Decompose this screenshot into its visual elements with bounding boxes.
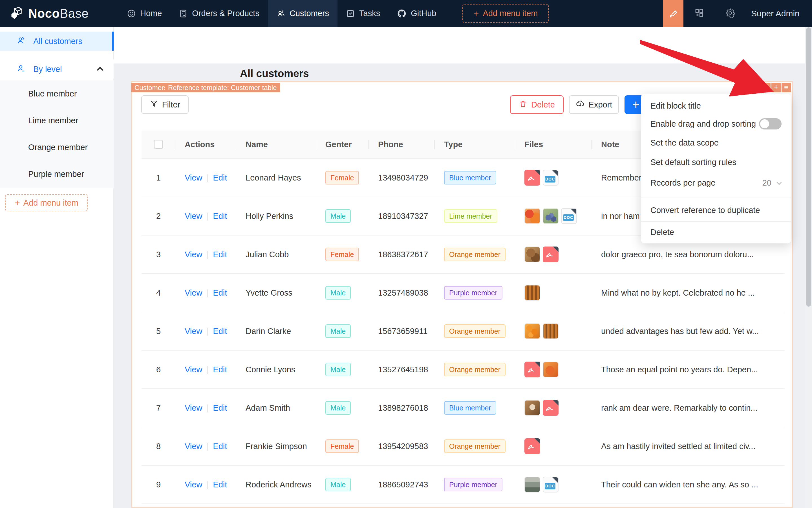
view-link[interactable]: View xyxy=(185,250,202,259)
plugin-blocks-icon-button[interactable] xyxy=(690,0,709,27)
view-link[interactable]: View xyxy=(185,480,202,489)
phone-cell: 15673659911 xyxy=(369,312,435,350)
block-settings-menu-icon[interactable]: ≡ xyxy=(781,83,791,92)
nav-item-label: Home xyxy=(140,9,162,18)
smiley-icon xyxy=(127,9,136,18)
ui-editor-button[interactable] xyxy=(663,0,683,27)
menu-item-records-per-page[interactable]: Records per page 20 xyxy=(643,174,789,192)
edit-link[interactable]: Edit xyxy=(213,212,227,221)
sidebar-item-all-customers[interactable]: All customers xyxy=(0,32,114,51)
edit-link[interactable]: Edit xyxy=(213,404,227,412)
files-cell xyxy=(515,350,592,389)
user-name-label: Super Admin xyxy=(751,9,800,18)
doc-file-icon[interactable]: DOC xyxy=(543,170,558,185)
page-scrollbar[interactable] xyxy=(805,27,812,508)
gender-tag: Male xyxy=(325,209,351,223)
files-cell xyxy=(515,427,592,465)
gender-cell: Male xyxy=(316,465,369,504)
action-divider xyxy=(207,405,208,412)
drag-move-icon[interactable] xyxy=(761,83,771,92)
filter-button[interactable]: Filter xyxy=(141,95,189,114)
gender-cell: Male xyxy=(316,389,369,427)
edit-link[interactable]: Edit xyxy=(213,365,227,374)
actions-cell: ViewEdit xyxy=(175,427,236,465)
gender-cell: Male xyxy=(316,312,369,350)
menu-item-set-sorting-rules[interactable]: Set default sorting rules xyxy=(643,153,789,171)
sidebar-add-menu-item-button[interactable]: + Add menu item xyxy=(5,194,88,211)
name-cell: Holly Perkins xyxy=(236,197,316,235)
scrollbar-thumb[interactable] xyxy=(806,27,811,307)
image-attachment-thumbnail[interactable] xyxy=(525,323,540,339)
edit-link[interactable]: Edit xyxy=(213,250,227,259)
image-attachment-thumbnail[interactable] xyxy=(525,208,540,224)
pdf-file-icon[interactable] xyxy=(543,400,558,416)
sidebar-item-lime-member[interactable]: Lime member xyxy=(0,107,114,134)
add-block-icon[interactable]: + xyxy=(771,83,781,92)
action-divider xyxy=(207,366,208,374)
nav-item-orders-products[interactable]: Orders & Products xyxy=(170,0,268,27)
select-all-column-header xyxy=(141,131,175,159)
files-cell xyxy=(515,389,592,427)
image-attachment-thumbnail[interactable] xyxy=(543,208,558,224)
nav-item-customers[interactable]: Customers xyxy=(268,0,337,27)
image-attachment-thumbnail[interactable] xyxy=(525,247,540,262)
pdf-file-icon[interactable] xyxy=(525,438,540,454)
menu-item-convert-reference[interactable]: Convert reference to duplicate xyxy=(643,201,789,219)
view-link[interactable]: View xyxy=(185,442,202,451)
action-divider xyxy=(207,443,208,451)
view-link[interactable]: View xyxy=(185,173,202,182)
image-attachment-thumbnail[interactable] xyxy=(543,323,558,339)
view-link[interactable]: View xyxy=(185,404,202,412)
edit-link[interactable]: Edit xyxy=(213,327,227,336)
view-link[interactable]: View xyxy=(185,212,202,221)
phone-cell: 13257489038 xyxy=(369,273,435,312)
nav-item-github[interactable]: GitHub xyxy=(389,0,445,27)
image-attachment-thumbnail[interactable] xyxy=(543,362,558,377)
settings-gear-button[interactable] xyxy=(721,0,740,27)
records-per-page-value[interactable]: 20 xyxy=(762,178,771,187)
type-cell: Orange member xyxy=(435,427,515,465)
nocobase-logo[interactable]: NocoBase xyxy=(10,0,89,27)
type-cell: Orange member xyxy=(435,235,515,273)
menu-item-delete-block[interactable]: Delete xyxy=(643,223,789,241)
doc-file-icon[interactable]: DOC xyxy=(561,208,577,224)
edit-link[interactable]: Edit xyxy=(213,173,227,182)
select-all-checkbox[interactable] xyxy=(154,140,163,149)
edit-link[interactable]: Edit xyxy=(213,442,227,451)
chevron-up-icon xyxy=(97,67,103,73)
image-attachment-thumbnail[interactable] xyxy=(525,477,540,493)
drag-sorting-toggle[interactable] xyxy=(759,118,781,129)
sidebar-item-blue-member[interactable]: Blue member xyxy=(0,80,114,107)
action-divider xyxy=(207,213,208,221)
doc-file-icon[interactable]: DOC xyxy=(543,477,558,493)
image-attachment-thumbnail[interactable] xyxy=(525,285,540,301)
view-link[interactable]: View xyxy=(185,365,202,374)
edit-link[interactable]: Edit xyxy=(213,480,227,489)
menu-item-set-data-scope[interactable]: Set the data scope xyxy=(643,134,789,152)
menu-item-edit-block-title[interactable]: Edit block title xyxy=(643,97,789,115)
trash-icon xyxy=(519,99,527,110)
pdf-file-icon[interactable] xyxy=(525,170,540,185)
phone-cell: 13898276018 xyxy=(369,389,435,427)
image-attachment-thumbnail[interactable] xyxy=(525,400,540,416)
view-link[interactable]: View xyxy=(185,327,202,336)
sidebar-item-by-level[interactable]: By level xyxy=(0,59,114,79)
navbar-add-menu-item-button[interactable]: + Add menu item xyxy=(462,4,549,23)
export-button[interactable]: Export xyxy=(569,95,619,114)
delete-button[interactable]: Delete xyxy=(510,95,563,114)
gender-cell: Male xyxy=(316,350,369,389)
nav-item-tasks[interactable]: Tasks xyxy=(337,0,389,27)
pdf-file-icon[interactable] xyxy=(543,247,558,262)
nav-item-home[interactable]: Home xyxy=(119,0,170,27)
user-menu[interactable]: Super Admin xyxy=(751,0,800,27)
files-cell xyxy=(515,312,592,350)
view-link[interactable]: View xyxy=(185,288,202,297)
column-header-name: Name xyxy=(236,131,316,159)
sidebar-item-orange-member[interactable]: Orange member xyxy=(0,134,114,161)
pdf-file-icon[interactable] xyxy=(525,362,540,377)
edit-link[interactable]: Edit xyxy=(213,288,227,297)
sidebar-item-purple-member[interactable]: Purple member xyxy=(0,161,114,187)
actions-cell: ViewEdit xyxy=(175,159,236,197)
menu-item-enable-drag-sorting[interactable]: Enable drag and drop sorting xyxy=(643,115,789,133)
column-header-genter: Genter xyxy=(316,131,369,159)
